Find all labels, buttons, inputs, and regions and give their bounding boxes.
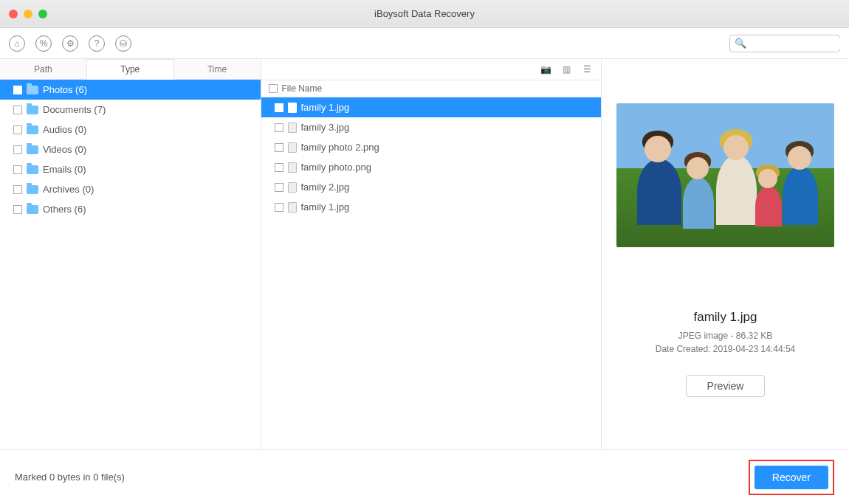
file-checkbox[interactable] xyxy=(275,143,283,152)
settings-icon[interactable]: ⚙ xyxy=(62,35,78,52)
file-checkbox[interactable] xyxy=(275,203,283,212)
file-checkbox[interactable] xyxy=(275,163,283,172)
camera-icon[interactable]: 📷 xyxy=(539,63,552,76)
sidebar: Path Type Time Photos (6)Documents (7)Au… xyxy=(0,59,261,449)
footer: Marked 0 bytes in 0 file(s) Recover xyxy=(0,449,849,504)
recover-button[interactable]: Recover xyxy=(755,466,828,489)
file-item[interactable]: family 3.jpg xyxy=(261,117,602,137)
file-list: family 1.jpgfamily 3.jpgfamily photo 2.p… xyxy=(261,97,602,449)
preview-date: Date Created: 2019-04-23 14:44:54 xyxy=(656,344,795,354)
category-checkbox[interactable] xyxy=(13,165,22,174)
category-label: Emails (0) xyxy=(43,164,86,175)
file-name: family 2.jpg xyxy=(301,182,350,193)
category-item[interactable]: Audios (0) xyxy=(0,120,261,139)
file-name: family 1.jpg xyxy=(301,102,350,113)
close-window-button[interactable] xyxy=(9,10,18,18)
window-title: iBoysoft Data Recovery xyxy=(0,8,849,19)
preview-filetype: JPEG image - 86.32 KB xyxy=(678,331,772,341)
category-label: Videos (0) xyxy=(43,144,86,155)
file-item[interactable]: family photo 2.png xyxy=(261,137,602,157)
toolbar: ⌂ % ⚙ ? ⛁ 🔍 ⓧ xyxy=(0,28,849,59)
tab-path[interactable]: Path xyxy=(0,59,87,79)
search-field[interactable]: 🔍 ⓧ xyxy=(729,35,840,52)
file-name: family 1.jpg xyxy=(301,201,350,213)
file-checkbox[interactable] xyxy=(275,183,283,192)
folder-icon xyxy=(27,205,38,214)
window-controls xyxy=(9,10,47,18)
marked-status: Marked 0 bytes in 0 file(s) xyxy=(15,472,125,483)
home-icon[interactable]: ⌂ xyxy=(9,35,25,52)
folder-icon xyxy=(27,106,38,114)
category-label: Photos (6) xyxy=(43,84,87,95)
file-icon xyxy=(288,122,297,133)
file-column: 📷 ▥ ☰ File Name family 1.jpgfamily 3.jpg… xyxy=(261,59,602,449)
category-item[interactable]: Others (6) xyxy=(0,199,261,219)
file-checkbox[interactable] xyxy=(275,123,283,132)
file-item[interactable]: family 1.jpg xyxy=(261,97,602,117)
category-item[interactable]: Emails (0) xyxy=(0,159,261,179)
file-icon xyxy=(288,182,297,193)
titlebar: iBoysoft Data Recovery xyxy=(0,0,849,28)
category-checkbox[interactable] xyxy=(13,185,22,194)
category-checkbox[interactable] xyxy=(13,106,22,114)
preview-button[interactable]: Preview xyxy=(686,375,766,397)
column-view-icon[interactable]: ▥ xyxy=(560,63,573,76)
file-icon xyxy=(288,103,297,113)
main-content: Path Type Time Photos (6)Documents (7)Au… xyxy=(0,59,849,449)
file-header-row: File Name xyxy=(261,80,602,97)
category-checkbox[interactable] xyxy=(13,145,22,154)
sidebar-tabs: Path Type Time xyxy=(0,59,261,80)
category-checkbox[interactable] xyxy=(13,125,22,134)
cart-icon[interactable]: ⛁ xyxy=(115,35,131,52)
preview-filename: family 1.jpg xyxy=(694,310,757,325)
preview-thumbnail xyxy=(616,103,834,247)
file-icon xyxy=(288,142,297,153)
file-column-header: 📷 ▥ ☰ xyxy=(261,59,602,80)
help-icon[interactable]: ? xyxy=(89,35,105,52)
search-icon: 🔍 xyxy=(735,38,746,49)
file-icon xyxy=(288,202,297,213)
minimize-window-button[interactable] xyxy=(24,10,32,18)
file-name-header: File Name xyxy=(282,83,323,94)
category-label: Archives (0) xyxy=(43,184,94,195)
folder-icon xyxy=(27,86,38,94)
select-all-checkbox[interactable] xyxy=(269,84,278,93)
category-label: Documents (7) xyxy=(43,104,106,115)
category-item[interactable]: Photos (6) xyxy=(0,80,261,100)
category-label: Others (6) xyxy=(43,204,86,215)
filter-icon[interactable]: % xyxy=(35,35,52,52)
folder-icon xyxy=(27,125,38,134)
category-item[interactable]: Archives (0) xyxy=(0,179,261,199)
tab-time[interactable]: Time xyxy=(174,59,261,79)
category-checkbox[interactable] xyxy=(13,86,22,94)
recover-highlight: Recover xyxy=(749,460,834,495)
folder-icon xyxy=(27,165,38,174)
maximize-window-button[interactable] xyxy=(38,10,47,18)
file-item[interactable]: family photo.png xyxy=(261,157,602,177)
category-checkbox[interactable] xyxy=(13,205,22,214)
category-list: Photos (6)Documents (7)Audios (0)Videos … xyxy=(0,80,261,449)
tab-type[interactable]: Type xyxy=(87,59,174,80)
file-item[interactable]: family 2.jpg xyxy=(261,177,602,197)
category-item[interactable]: Videos (0) xyxy=(0,139,261,159)
category-label: Audios (0) xyxy=(43,124,86,135)
search-input[interactable] xyxy=(746,38,849,49)
category-item[interactable]: Documents (7) xyxy=(0,100,261,120)
file-checkbox[interactable] xyxy=(275,103,283,112)
file-name: family 3.jpg xyxy=(301,122,350,133)
folder-icon xyxy=(27,185,38,194)
file-item[interactable]: family 1.jpg xyxy=(261,197,602,217)
list-view-icon[interactable]: ☰ xyxy=(580,63,594,76)
preview-panel: family 1.jpg JPEG image - 86.32 KB Date … xyxy=(602,59,849,449)
folder-icon xyxy=(27,145,38,154)
file-name: family photo 2.png xyxy=(301,142,379,153)
file-name: family photo.png xyxy=(301,162,371,173)
file-icon xyxy=(288,162,297,173)
